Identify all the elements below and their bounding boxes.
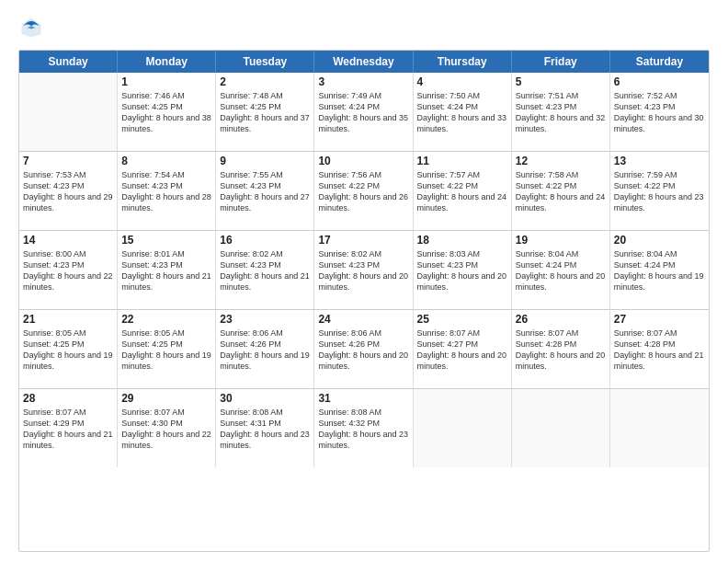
sunrise-label: Sunrise: bbox=[614, 328, 647, 338]
day-info: Sunrise: 8:07 AM Sunset: 4:29 PM Dayligh… bbox=[23, 407, 113, 452]
sunset-value: 4:30 PM bbox=[152, 419, 183, 428]
daylight-label: Daylight: 8 hours and 22 minutes. bbox=[23, 271, 113, 292]
calendar-day: 26 Sunrise: 8:07 AM Sunset: 4:28 PM Dayl… bbox=[512, 310, 610, 388]
daylight-label: Daylight: 8 hours and 29 minutes. bbox=[23, 192, 113, 213]
sunset-label: Sunset: bbox=[23, 260, 53, 270]
sunrise-value: 8:08 AM bbox=[351, 408, 381, 417]
calendar-day: 14 Sunrise: 8:00 AM Sunset: 4:23 PM Dayl… bbox=[19, 231, 118, 309]
calendar-day: 20 Sunrise: 8:04 AM Sunset: 4:24 PM Dayl… bbox=[610, 231, 709, 309]
day-number: 7 bbox=[23, 155, 113, 167]
day-header: Friday bbox=[512, 51, 610, 73]
sunset-value: 4:22 PM bbox=[448, 181, 479, 190]
sunset-value: 4:23 PM bbox=[250, 181, 281, 190]
sunrise-label: Sunrise: bbox=[121, 328, 154, 338]
calendar-day: 11 Sunrise: 7:57 AM Sunset: 4:22 PM Dayl… bbox=[414, 152, 512, 230]
sunset-value: 4:26 PM bbox=[348, 339, 380, 349]
sunrise-value: 8:02 AM bbox=[253, 249, 283, 259]
sunset-label: Sunset: bbox=[516, 260, 546, 270]
calendar-day: 19 Sunrise: 8:04 AM Sunset: 4:24 PM Dayl… bbox=[512, 231, 610, 309]
calendar-week: 14 Sunrise: 8:00 AM Sunset: 4:23 PM Dayl… bbox=[19, 230, 709, 309]
sunrise-label: Sunrise: bbox=[121, 170, 154, 179]
sunrise-label: Sunrise: bbox=[417, 328, 450, 338]
day-header: Tuesday bbox=[216, 51, 314, 73]
daylight-label: Daylight: 8 hours and 23 minutes. bbox=[220, 430, 310, 450]
day-number: 13 bbox=[614, 155, 705, 167]
day-info: Sunrise: 7:58 AM Sunset: 4:22 PM Dayligh… bbox=[516, 169, 606, 214]
sunset-label: Sunset: bbox=[23, 339, 53, 349]
sunrise-value: 7:55 AM bbox=[253, 170, 283, 179]
calendar-day: 22 Sunrise: 8:05 AM Sunset: 4:25 PM Dayl… bbox=[118, 310, 216, 388]
daylight-label: Daylight: 8 hours and 38 minutes. bbox=[121, 113, 211, 133]
sunrise-value: 8:07 AM bbox=[548, 328, 578, 338]
calendar-header: SundayMondayTuesdayWednesdayThursdayFrid… bbox=[19, 51, 709, 73]
sunrise-value: 8:01 AM bbox=[154, 249, 185, 259]
calendar-day: 29 Sunrise: 8:07 AM Sunset: 4:30 PM Dayl… bbox=[118, 389, 216, 467]
sunrise-label: Sunrise: bbox=[417, 170, 450, 179]
day-number: 22 bbox=[121, 313, 211, 326]
calendar-day: 30 Sunrise: 8:08 AM Sunset: 4:31 PM Dayl… bbox=[216, 389, 314, 467]
daylight-label: Daylight: 8 hours and 27 minutes. bbox=[220, 192, 310, 213]
sunset-label: Sunset: bbox=[417, 260, 448, 270]
calendar-body: 1 Sunrise: 7:46 AM Sunset: 4:25 PM Dayli… bbox=[19, 73, 709, 467]
day-number: 1 bbox=[121, 75, 211, 88]
day-number: 16 bbox=[220, 234, 310, 247]
sunset-value: 4:25 PM bbox=[250, 102, 281, 111]
day-info: Sunrise: 7:53 AM Sunset: 4:23 PM Dayligh… bbox=[23, 169, 113, 214]
day-info: Sunrise: 8:06 AM Sunset: 4:26 PM Dayligh… bbox=[220, 327, 310, 373]
day-info: Sunrise: 7:57 AM Sunset: 4:22 PM Dayligh… bbox=[417, 169, 507, 214]
sunrise-label: Sunrise: bbox=[318, 249, 351, 259]
sunrise-value: 7:50 AM bbox=[449, 91, 480, 100]
sunset-label: Sunset: bbox=[220, 339, 250, 349]
sunrise-label: Sunrise: bbox=[121, 408, 154, 417]
day-info: Sunrise: 8:07 AM Sunset: 4:28 PM Dayligh… bbox=[614, 327, 705, 373]
sunrise-value: 8:07 AM bbox=[449, 328, 480, 338]
sunset-value: 4:28 PM bbox=[644, 339, 676, 349]
sunset-label: Sunset: bbox=[121, 339, 152, 349]
day-number: 30 bbox=[220, 392, 310, 405]
sunset-label: Sunset: bbox=[516, 102, 546, 111]
day-number: 31 bbox=[318, 392, 408, 405]
sunset-label: Sunset: bbox=[121, 419, 152, 428]
calendar-day: 12 Sunrise: 7:58 AM Sunset: 4:22 PM Dayl… bbox=[512, 152, 610, 230]
daylight-label: Daylight: 8 hours and 28 minutes. bbox=[121, 192, 211, 213]
calendar-day: 31 Sunrise: 8:08 AM Sunset: 4:32 PM Dayl… bbox=[314, 389, 413, 467]
calendar-day: 2 Sunrise: 7:48 AM Sunset: 4:25 PM Dayli… bbox=[216, 73, 314, 151]
daylight-label: Daylight: 8 hours and 21 minutes. bbox=[614, 350, 704, 371]
calendar-day: 3 Sunrise: 7:49 AM Sunset: 4:24 PM Dayli… bbox=[314, 73, 413, 151]
day-number: 2 bbox=[220, 75, 310, 88]
daylight-label: Daylight: 8 hours and 21 minutes. bbox=[220, 271, 310, 292]
sunset-value: 4:22 PM bbox=[546, 181, 577, 190]
day-header: Thursday bbox=[414, 51, 512, 73]
day-info: Sunrise: 7:51 AM Sunset: 4:23 PM Dayligh… bbox=[516, 90, 606, 135]
daylight-label: Daylight: 8 hours and 26 minutes. bbox=[318, 192, 408, 213]
daylight-label: Daylight: 8 hours and 19 minutes. bbox=[614, 271, 704, 292]
day-number: 9 bbox=[220, 155, 310, 167]
sunset-value: 4:23 PM bbox=[152, 181, 183, 190]
sunset-value: 4:23 PM bbox=[644, 102, 676, 111]
calendar-day bbox=[19, 73, 118, 151]
calendar-day: 25 Sunrise: 8:07 AM Sunset: 4:27 PM Dayl… bbox=[414, 310, 512, 388]
calendar-day: 15 Sunrise: 8:01 AM Sunset: 4:23 PM Dayl… bbox=[118, 231, 216, 309]
sunset-label: Sunset: bbox=[220, 260, 250, 270]
sunset-value: 4:23 PM bbox=[53, 260, 85, 270]
daylight-label: Daylight: 8 hours and 23 minutes. bbox=[318, 430, 408, 450]
logo-icon bbox=[18, 15, 44, 40]
sunset-label: Sunset: bbox=[614, 181, 644, 190]
daylight-label: Daylight: 8 hours and 20 minutes. bbox=[318, 271, 408, 292]
sunset-label: Sunset: bbox=[220, 102, 250, 111]
sunset-label: Sunset: bbox=[121, 102, 152, 111]
calendar-day: 8 Sunrise: 7:54 AM Sunset: 4:23 PM Dayli… bbox=[118, 152, 216, 230]
day-number: 15 bbox=[121, 234, 211, 247]
sunset-value: 4:29 PM bbox=[53, 419, 85, 428]
sunrise-label: Sunrise: bbox=[220, 91, 253, 100]
page: SundayMondayTuesdayWednesdayThursdayFrid… bbox=[0, 0, 728, 563]
day-info: Sunrise: 8:00 AM Sunset: 4:23 PM Dayligh… bbox=[23, 248, 113, 293]
sunrise-value: 8:05 AM bbox=[154, 328, 185, 338]
sunset-value: 4:25 PM bbox=[152, 339, 183, 349]
sunset-value: 4:27 PM bbox=[448, 339, 479, 349]
sunrise-label: Sunrise: bbox=[23, 170, 56, 179]
calendar-day: 21 Sunrise: 8:05 AM Sunset: 4:25 PM Dayl… bbox=[19, 310, 118, 388]
calendar-day: 1 Sunrise: 7:46 AM Sunset: 4:25 PM Dayli… bbox=[118, 73, 216, 151]
calendar-day: 23 Sunrise: 8:06 AM Sunset: 4:26 PM Dayl… bbox=[216, 310, 314, 388]
day-number: 6 bbox=[614, 75, 705, 88]
